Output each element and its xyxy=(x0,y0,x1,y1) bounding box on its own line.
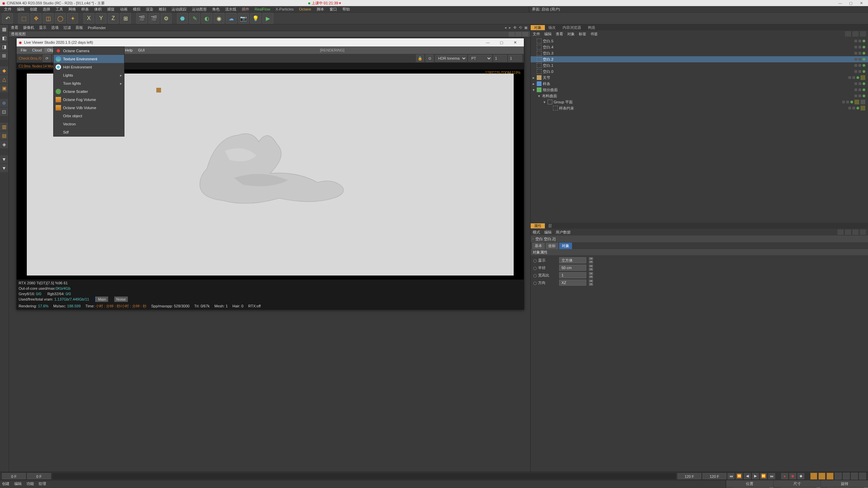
objmenu-btn2[interactable] xyxy=(852,31,859,37)
ditem-lights[interactable]: Lights▸ xyxy=(54,71,124,79)
lv-minimize[interactable]: — xyxy=(481,40,495,44)
noise-aov-button[interactable]: Noise xyxy=(114,297,128,302)
mode-snapping[interactable]: ⊡ xyxy=(0,108,8,116)
axis-x-toggle[interactable]: X xyxy=(83,13,94,24)
mode-texture[interactable]: ◨ xyxy=(0,43,8,51)
mode-extra2[interactable]: ▼ xyxy=(0,164,8,172)
timeline-track[interactable] xyxy=(52,473,676,479)
mode-edge[interactable]: △ xyxy=(0,75,8,83)
menu-window[interactable]: 窗口 xyxy=(327,6,340,12)
render-settings-button[interactable]: ⚙ xyxy=(161,13,172,24)
viewport-widget3[interactable] xyxy=(522,32,528,37)
object-tag[interactable] xyxy=(854,100,859,104)
ditem-orbx[interactable]: Orbx object xyxy=(54,112,124,120)
lvmenu-file[interactable]: File xyxy=(18,48,29,52)
attrmenu-edit[interactable]: 编辑 xyxy=(544,230,552,235)
object-row[interactable]: 空白.3 xyxy=(531,50,868,56)
tl-opt1[interactable] xyxy=(810,473,817,480)
vpmenu-filter[interactable]: 过滤 xyxy=(63,25,71,30)
tl-autokey[interactable]: ◉ xyxy=(789,473,796,479)
tab-content[interactable]: 内容浏览器 xyxy=(559,25,585,30)
tl-opt7[interactable] xyxy=(859,473,866,480)
menu-sculpt[interactable]: 雕刻 xyxy=(156,6,169,12)
select-tool[interactable]: ⬚ xyxy=(18,13,29,24)
mode-workplane[interactable]: ⊞ xyxy=(0,52,8,60)
ditem-toonlights[interactable]: Toon lights▸ xyxy=(54,79,124,87)
move-tool[interactable]: ✥ xyxy=(31,13,41,24)
tl-goto-end[interactable]: ⏭ xyxy=(768,473,775,479)
tl-opt6[interactable] xyxy=(851,473,858,480)
menu-octane[interactable]: Octane xyxy=(296,6,314,12)
add-spline-button[interactable]: ✎ xyxy=(189,13,200,24)
viewport-nav-icons[interactable]: ◂ ▸ ✥ ⟲ ▣ xyxy=(505,25,528,30)
lv-maximize[interactable]: ▢ xyxy=(495,40,508,45)
maximize-button[interactable]: ▢ xyxy=(846,1,855,5)
matmenu-create[interactable]: 创建 xyxy=(2,481,9,486)
tl-goto-start[interactable]: ⏮ xyxy=(728,473,734,479)
mode-poly[interactable]: ▣ xyxy=(0,84,8,92)
coord-toggle[interactable]: ⊞ xyxy=(120,13,131,24)
vpmenu-options[interactable]: 选项 xyxy=(51,25,59,30)
mode-object[interactable]: ◧ xyxy=(0,34,8,42)
add-deformer-button[interactable]: ◉ xyxy=(214,13,224,24)
matmenu-func[interactable]: 功能 xyxy=(26,481,34,486)
ditem-fog[interactable]: Octane Fog Volume xyxy=(54,96,124,104)
menu-volume[interactable]: 体积 xyxy=(92,6,104,12)
tab-structure[interactable]: 构造 xyxy=(585,25,599,30)
objmenu-view[interactable]: 查看 xyxy=(556,32,563,37)
menu-mesh[interactable]: 网格 xyxy=(66,6,79,12)
vpmenu-display[interactable]: 显示 xyxy=(39,25,46,30)
tl-step-back[interactable]: ⏪ xyxy=(736,473,743,479)
axis-y-toggle[interactable]: Y xyxy=(96,13,106,24)
ditem-vectron[interactable]: Vectron xyxy=(54,120,124,128)
objmenu-file[interactable]: 文件 xyxy=(533,32,540,37)
objmenu-tags[interactable]: 标签 xyxy=(579,32,586,37)
timeline-max[interactable]: 120 F xyxy=(703,473,726,479)
object-tag[interactable] xyxy=(861,75,865,80)
objmenu-object[interactable]: 对象 xyxy=(567,32,575,37)
menu-animate[interactable]: 动画 xyxy=(117,6,130,12)
object-row[interactable]: 空白.0 xyxy=(531,68,868,75)
render-region-button[interactable]: 🎬 xyxy=(149,13,159,24)
object-row[interactable]: 空白.4 xyxy=(531,44,868,50)
viewport-widget2[interactable] xyxy=(515,32,521,37)
tab-takes[interactable]: 场次 xyxy=(545,25,559,30)
spinner[interactable]: ▴▾ xyxy=(589,272,593,279)
menu-help[interactable]: 帮助 xyxy=(340,6,353,12)
mode-uvpoly[interactable]: ▤ xyxy=(0,131,8,140)
spinner[interactable]: ▴▾ xyxy=(589,257,593,264)
spinner[interactable]: ▴▾ xyxy=(589,279,593,286)
menu-script[interactable]: 脚本 xyxy=(314,6,327,12)
vpmenu-panel[interactable]: 面板 xyxy=(76,25,83,30)
render-view-button[interactable]: 🎬 xyxy=(136,13,147,24)
lv-mode-select[interactable]: PT xyxy=(468,55,492,62)
viewport-widget1[interactable] xyxy=(509,32,515,37)
menu-select[interactable]: 选择 xyxy=(40,6,53,12)
attr-value[interactable]: 立方体 xyxy=(559,257,586,263)
lv-close[interactable]: ✕ xyxy=(508,40,522,45)
lvmenu-cloud[interactable]: Cloud xyxy=(29,48,45,52)
spinner[interactable]: ▴▾ xyxy=(589,264,593,271)
menu-file[interactable]: 文件 xyxy=(1,6,14,12)
menu-motiontrack[interactable]: 运动跟踪 xyxy=(169,6,189,12)
ditem-octane-camera[interactable]: Octane Camera xyxy=(54,47,124,55)
tl-opt3[interactable] xyxy=(827,473,833,480)
tl-record[interactable]: ● xyxy=(781,473,788,479)
add-tag-button[interactable]: ▶ xyxy=(262,13,273,24)
menu-realflow[interactable]: RealFlow xyxy=(252,6,273,12)
lv-spin2[interactable] xyxy=(508,55,522,62)
vpmenu-prorender[interactable]: ProRender xyxy=(88,26,106,30)
menu-xparticles[interactable]: X-Particles xyxy=(273,6,296,12)
tl-opt2[interactable] xyxy=(818,473,825,480)
menu-plugins[interactable]: 插件 xyxy=(239,6,252,12)
tl-next-frame[interactable]: ⏩ xyxy=(760,473,767,479)
menu-pipeline[interactable]: 流水线 xyxy=(222,6,239,12)
ditem-texture-env[interactable]: Texture Environment xyxy=(54,55,124,63)
attr-nav-up[interactable] xyxy=(852,229,859,235)
mode-tweak[interactable]: ◈ xyxy=(0,140,8,148)
tab-layers[interactable]: 层 xyxy=(545,223,555,228)
object-row[interactable]: ▸样条 xyxy=(531,81,868,87)
subtab-object[interactable]: 对象 xyxy=(559,243,572,249)
timeline-start[interactable]: 0 F xyxy=(27,473,51,479)
object-row[interactable]: ▾细分曲面 xyxy=(531,87,868,93)
